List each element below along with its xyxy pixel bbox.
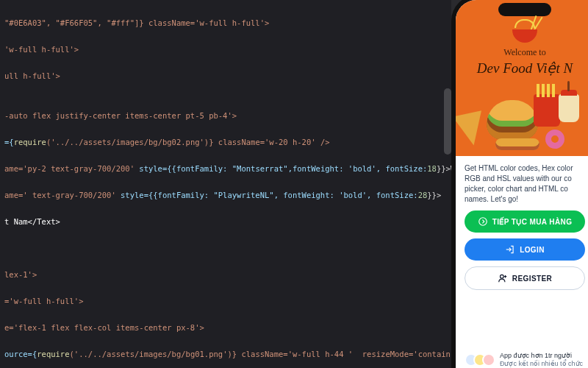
login-button-label: LOGIN (520, 246, 545, 254)
hero-section: 10:12 Welcome to Dev Food Việt N (456, 0, 588, 156)
code-line: lex-1'> (4, 268, 447, 281)
code-line: ame='py-2 text-gray-700/200' style={{fon… (4, 162, 447, 175)
code-line: 'w-full h-full'> (4, 43, 447, 56)
code-line: ource={require('../../assets/images/bg/b… (4, 347, 447, 361)
brand-title: Dev Food Việt N (456, 60, 588, 77)
editor-scrollbar[interactable] (444, 88, 451, 155)
svg-point-1 (500, 275, 503, 278)
code-line: e='flex-1 flex flex-col items-center px-… (4, 321, 447, 334)
adduser-icon (498, 273, 508, 283)
footer-text: App được hơn 1tr người Được kết nối nhiề… (500, 352, 583, 368)
code-line: ='w-full h-full'> (4, 294, 447, 308)
register-button-label: REGISTER (512, 275, 552, 283)
code-line: -auto flex justify-center items-center p… (4, 109, 447, 122)
continue-button-label: TIẾP TỤC MUA HÀNG (492, 218, 573, 226)
code-line: ame=' text-gray-700/200' style={{fontFam… (4, 188, 447, 202)
code-editor[interactable]: "#0E6A03", "#F66F05", "#fff"]} className… (0, 0, 451, 368)
hero-food-image (456, 81, 588, 152)
code-line: ull h-full'> (4, 69, 447, 82)
app-logo (508, 16, 542, 44)
login-button[interactable]: LOGIN (465, 238, 585, 261)
phone-frame: 10:12 Welcome to Dev Food Việt N Get HTM… (451, 0, 588, 368)
content-body: Get HTML color codes, Hex color RGB and … (456, 156, 588, 352)
footer-title: App được hơn 1tr người (500, 352, 583, 360)
phone-notch (498, 3, 551, 16)
phone-screen[interactable]: 10:12 Welcome to Dev Food Việt N Get HTM… (456, 0, 588, 368)
continue-button[interactable]: TIẾP TỤC MUA HÀNG (465, 210, 585, 233)
avatar-stack (465, 353, 495, 367)
login-icon (505, 244, 515, 255)
footer-subtitle: Được kết nối nhiều tổ chức (500, 360, 583, 368)
code-line: ={require('../../assets/images/bg/bg02.p… (4, 135, 447, 149)
welcome-text: Welcome to (456, 47, 588, 58)
code-line: t Nam</Text> (4, 215, 447, 228)
code-line: "#0E6A03", "#F66F05", "#fff"]} className… (4, 16, 447, 29)
simulator-panel: 10:12 Welcome to Dev Food Việt N Get HTM… (451, 0, 588, 368)
description-text: Get HTML color codes, Hex color RGB and … (465, 163, 585, 205)
register-button[interactable]: REGISTER (465, 266, 585, 290)
right-circle-icon (478, 216, 488, 227)
footer: App được hơn 1tr người Được kết nối nhiề… (456, 352, 588, 368)
svg-point-0 (478, 218, 487, 226)
